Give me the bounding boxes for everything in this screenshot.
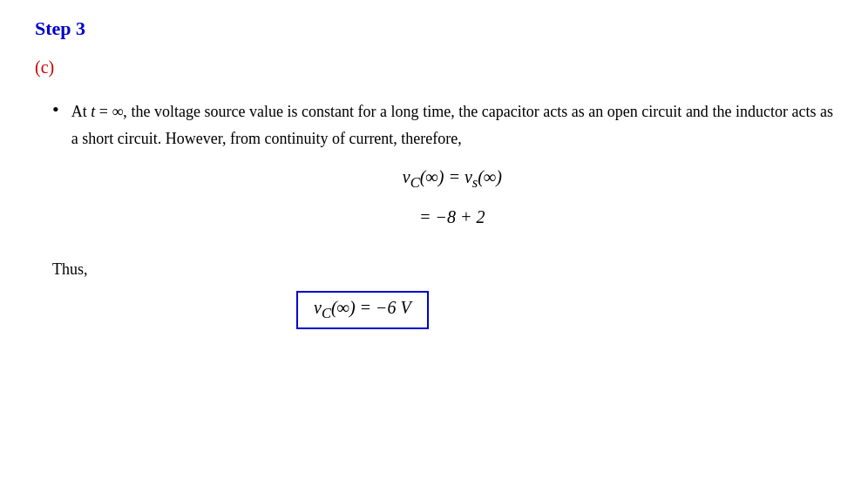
bullet-content: At t = ∞, the voltage source value is co… xyxy=(71,98,833,243)
step-heading: Step 3 xyxy=(35,17,833,40)
thus-section: Thus, vC(∞) = −6 V xyxy=(35,260,833,329)
equation-1: vC(∞) = vs(∞) xyxy=(71,167,833,192)
bullet-section: • At t = ∞, the voltage source value is … xyxy=(35,98,833,243)
boxed-result: vC(∞) = −6 V xyxy=(296,291,429,329)
bullet-text: At t = ∞, the voltage source value is co… xyxy=(71,98,833,152)
bullet-point: • xyxy=(52,98,59,121)
equation-2: = −8 + 2 xyxy=(71,207,833,227)
part-label: (c) xyxy=(35,57,833,78)
thus-text: Thus, xyxy=(52,260,833,279)
